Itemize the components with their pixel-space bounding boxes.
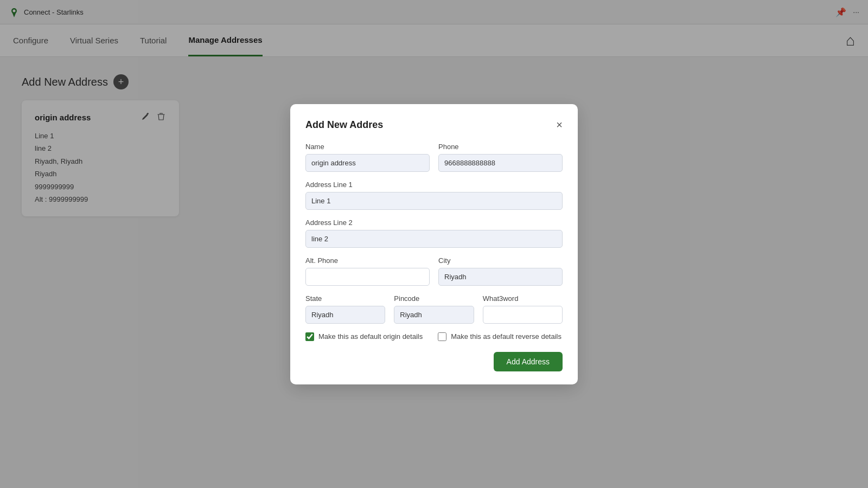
state-input[interactable] xyxy=(305,306,385,324)
what3word-group: What3word xyxy=(483,294,563,324)
phone-input[interactable] xyxy=(438,154,563,172)
phone-label: Phone xyxy=(438,143,563,151)
name-label: Name xyxy=(305,143,430,151)
add-address-button[interactable]: Add Address xyxy=(494,352,563,371)
pincode-group: Pincode xyxy=(394,294,474,324)
name-input[interactable] xyxy=(305,154,430,172)
checkbox-row: Make this as default origin details Make… xyxy=(305,332,563,341)
modal-header: Add New Addres × xyxy=(305,119,563,131)
default-reverse-checkbox-item: Make this as default reverse details xyxy=(438,332,561,341)
alt-phone-city-row: Alt. Phone City xyxy=(305,256,563,286)
city-input[interactable] xyxy=(438,268,563,286)
city-label: City xyxy=(438,256,563,265)
city-group: City xyxy=(438,256,563,286)
address1-label: Address Line 1 xyxy=(305,181,563,189)
address2-group: Address Line 2 xyxy=(305,219,563,248)
address2-input[interactable] xyxy=(305,230,563,248)
address1-group: Address Line 1 xyxy=(305,181,563,210)
address2-label: Address Line 2 xyxy=(305,219,563,227)
what3word-input[interactable] xyxy=(483,306,563,324)
name-group: Name xyxy=(305,143,430,172)
what3word-label: What3word xyxy=(483,294,563,303)
phone-group: Phone xyxy=(438,143,563,172)
default-origin-checkbox-item: Make this as default origin details xyxy=(305,332,423,341)
state-pincode-what3word-row: State Pincode What3word xyxy=(305,294,563,324)
alt-phone-group: Alt. Phone xyxy=(305,256,430,286)
pincode-input[interactable] xyxy=(394,306,474,324)
default-origin-checkbox[interactable] xyxy=(305,332,314,341)
address2-row: Address Line 2 xyxy=(305,219,563,248)
modal-title: Add New Addres xyxy=(305,119,383,131)
address1-row: Address Line 1 xyxy=(305,181,563,210)
modal-close-button[interactable]: × xyxy=(556,119,563,130)
default-reverse-checkbox[interactable] xyxy=(438,332,446,341)
state-label: State xyxy=(305,294,385,303)
modal-overlay: Add New Addres × Name Phone Address Line… xyxy=(0,0,868,488)
address1-input[interactable] xyxy=(305,192,563,210)
default-reverse-label: Make this as default reverse details xyxy=(451,332,561,341)
state-group: State xyxy=(305,294,385,324)
default-origin-label: Make this as default origin details xyxy=(318,332,423,341)
alt-phone-label: Alt. Phone xyxy=(305,256,430,265)
name-phone-row: Name Phone xyxy=(305,143,563,172)
alt-phone-input[interactable] xyxy=(305,268,430,286)
modal-footer: Add Address xyxy=(305,352,563,371)
add-address-modal: Add New Addres × Name Phone Address Line… xyxy=(290,104,578,384)
pincode-label: Pincode xyxy=(394,294,474,303)
